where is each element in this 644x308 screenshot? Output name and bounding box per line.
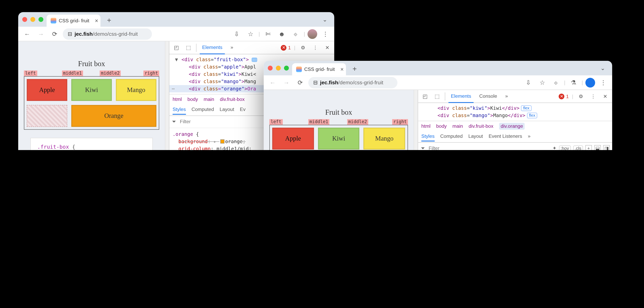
profile-avatar[interactable] <box>586 78 595 87</box>
chrome-menu-icon[interactable]: ⋮ <box>320 28 331 40</box>
new-tab-button[interactable]: + <box>104 15 114 26</box>
close-window-icon[interactable] <box>268 66 273 71</box>
extensions-icon[interactable]: ⟐ <box>550 77 562 88</box>
reload-button[interactable]: ⟳ <box>294 77 306 88</box>
hover-toggle[interactable]: :hov <box>559 146 570 150</box>
minimize-window-icon[interactable] <box>30 17 35 22</box>
favicon-icon <box>51 18 56 24</box>
tabs-dropdown-icon[interactable]: ⌄ <box>598 63 608 73</box>
dom-tree[interactable]: <div class="kiwi">Kiwi</div>flex <div cl… <box>418 103 612 121</box>
subtab-event-listeners[interactable]: Event Listeners <box>489 132 522 142</box>
page-scrollbar[interactable] <box>414 90 418 150</box>
traffic-lights[interactable] <box>268 66 289 71</box>
toolbar: ← → ⟳ ⊟ jec.fish/demo/css-grid-fruit ⇩ ☆… <box>264 76 612 90</box>
devtools-settings-icon[interactable]: ⚙ <box>576 94 586 99</box>
subtab-computed[interactable]: Computed <box>440 132 463 142</box>
minimize-window-icon[interactable] <box>276 66 281 71</box>
scissors-icon[interactable]: ✄ <box>262 28 274 40</box>
profile-avatar[interactable] <box>308 29 317 39</box>
cell-apple: Apple <box>27 79 67 101</box>
device-toolbar-icon[interactable]: ⬚ <box>184 43 193 52</box>
styles-filter-bar: ⏷ ✦ :hov .cls + ⬓ ◨ <box>418 142 612 150</box>
tab-close-icon[interactable]: × <box>340 66 344 73</box>
devtools-close-icon[interactable]: ✕ <box>601 94 610 99</box>
fruit-box: Apple Kiwi Mango Orange <box>270 125 408 150</box>
browser-tab[interactable]: CSS grid- fruit × <box>46 14 101 27</box>
dom-breadcrumbs[interactable]: html body main div.fruit-box div.orange <box>418 121 612 131</box>
cell-apple: Apple <box>272 128 314 150</box>
inspect-element-icon[interactable]: ◰ <box>420 92 430 101</box>
devtools-menu-icon[interactable]: ⋮ <box>588 94 598 99</box>
devtools-menu-icon[interactable]: ⋮ <box>311 45 320 50</box>
back-button[interactable]: ← <box>22 28 33 40</box>
device-toolbar-icon[interactable]: ⬚ <box>432 92 442 101</box>
filter-icon: ⏷ <box>420 146 426 150</box>
devtools-close-icon[interactable]: ✕ <box>323 45 332 50</box>
titlebar: CSS grid- fruit × + ⌄ <box>264 61 612 76</box>
tab-title: CSS grid- fruit <box>59 18 90 24</box>
cls-toggle[interactable]: .cls <box>573 146 583 150</box>
install-app-icon[interactable]: ⇩ <box>522 77 534 88</box>
page-viewport: Fruit box left middle1 middle2 right App… <box>18 41 165 150</box>
traffic-lights[interactable] <box>22 17 44 22</box>
grid-line-labels: left middle1 middle2 right <box>270 119 408 125</box>
reload-button[interactable]: ⟳ <box>49 28 60 40</box>
tab-elements[interactable]: Elements <box>200 41 225 54</box>
site-info-icon[interactable]: ⊟ <box>68 31 72 37</box>
close-window-icon[interactable] <box>22 17 27 22</box>
error-badge[interactable]: ✕1 <box>281 45 291 50</box>
bookmark-star-icon[interactable]: ☆ <box>245 28 256 40</box>
forward-button[interactable]: → <box>35 28 46 40</box>
forward-button[interactable]: → <box>281 77 292 88</box>
cell-kiwi: Kiwi <box>318 128 360 150</box>
devtools-top-bar: ◰ ⬚ Elements » ✕1 | ⚙ ⋮ ✕ <box>169 41 334 54</box>
page-title: Fruit box <box>18 60 165 68</box>
page-title: Fruit box <box>264 108 414 117</box>
css-code-display: .fruit-box { display: grid; grid-gap: 10… <box>30 138 153 150</box>
new-tab-button[interactable]: + <box>349 64 360 74</box>
zoom-window-icon[interactable] <box>284 66 289 71</box>
zoom-window-icon[interactable] <box>38 17 44 22</box>
subtab-styles[interactable]: Styles <box>172 105 186 115</box>
tab-close-icon[interactable]: × <box>95 17 98 24</box>
tab-elements[interactable]: Elements <box>448 90 474 103</box>
site-info-icon[interactable]: ⊟ <box>313 79 318 86</box>
bookmark-star-icon[interactable]: ☆ <box>536 77 548 88</box>
tab-console[interactable]: Console <box>477 90 500 103</box>
install-app-icon[interactable]: ⇩ <box>231 28 242 40</box>
empty-cell <box>27 105 67 127</box>
fruit-box: Apple Kiwi Mango Orange <box>24 76 159 130</box>
inspect-element-icon[interactable]: ◰ <box>172 43 180 52</box>
page-scrollbar[interactable] <box>165 41 169 150</box>
address-bar[interactable]: ⊟ jec.fish/demo/css-grid-fruit <box>63 28 152 40</box>
devtools-settings-icon[interactable]: ⚙ <box>298 45 308 50</box>
subtab-styles[interactable]: Styles <box>421 132 434 142</box>
cell-orange: Orange <box>71 105 156 127</box>
subtab-event[interactable]: Ev <box>240 105 246 115</box>
new-rule-icon[interactable]: + <box>586 145 592 150</box>
sidebar-toggle-icon[interactable]: ◨ <box>603 145 610 150</box>
devtools-panel: ◰ ⬚ Elements Console » ✕1 | ⚙ ⋮ ✕ <div c… <box>418 90 612 150</box>
extensions-icon[interactable]: ⟐ <box>290 28 301 40</box>
robot-icon[interactable]: ☻ <box>276 28 287 40</box>
styles-subtabs: Styles Computed Layout Event Listeners » <box>418 131 612 142</box>
favicon-icon <box>296 66 302 72</box>
tab-more[interactable]: » <box>503 90 510 103</box>
browser-tab[interactable]: CSS grid- fruit × <box>292 63 346 76</box>
labs-icon[interactable]: ⚗ <box>568 77 579 88</box>
titlebar: CSS grid- fruit × + ⌄ <box>18 12 334 27</box>
ai-icon[interactable]: ✦ <box>552 146 556 150</box>
subtab-more[interactable]: » <box>528 132 530 142</box>
subtab-computed[interactable]: Computed <box>192 105 214 115</box>
tabs-dropdown-icon[interactable]: ⌄ <box>320 14 330 25</box>
computed-toggle-icon[interactable]: ⬓ <box>594 145 601 150</box>
error-badge[interactable]: ✕1 <box>559 94 569 99</box>
chrome-menu-icon[interactable]: ⋮ <box>598 77 609 88</box>
devtools-top-bar: ◰ ⬚ Elements Console » ✕1 | ⚙ ⋮ ✕ <box>418 90 612 103</box>
back-button[interactable]: ← <box>267 77 278 88</box>
subtab-layout[interactable]: Layout <box>468 132 483 142</box>
tab-more[interactable]: » <box>228 41 236 54</box>
address-bar[interactable]: ⊟ jec.fish/demo/css-grid-fruit <box>308 77 398 88</box>
subtab-layout[interactable]: Layout <box>220 105 234 115</box>
styles-filter-input[interactable] <box>428 145 550 150</box>
